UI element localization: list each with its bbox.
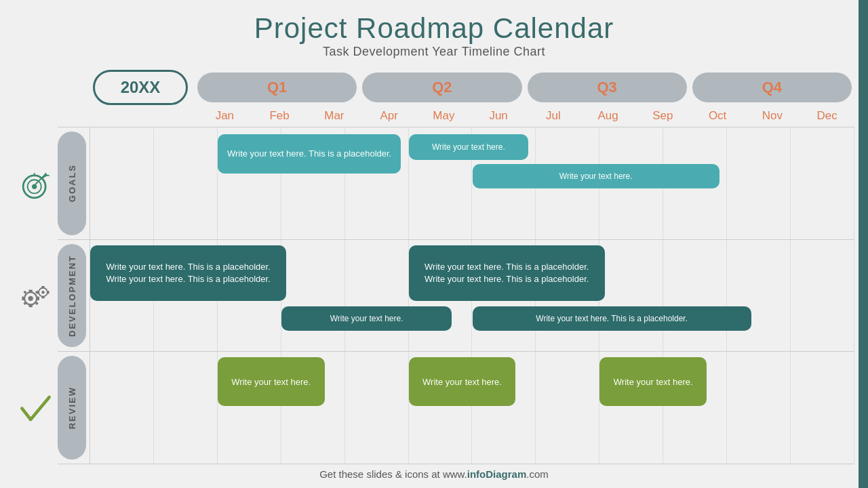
- grid-col-line-11: [791, 240, 854, 352]
- grid-col-line-0: [90, 127, 154, 239]
- task-card-review-grid-0: Write your text here.: [218, 357, 325, 406]
- grid-col-line-4: [345, 352, 409, 464]
- task-card-goals-grid-2: Write your text here.: [473, 164, 719, 188]
- dev-grid: Write your text here. This is a placehol…: [90, 240, 854, 352]
- year-badge: 20XX: [93, 70, 188, 105]
- grid-col-line-10: [727, 127, 791, 239]
- svg-point-19: [41, 290, 45, 293]
- svg-rect-12: [22, 296, 24, 300]
- development-row: DEVELOPMENT Write your text here. This i…: [58, 239, 854, 352]
- grid-col-line-7: [536, 352, 599, 464]
- header-row: 20XX Q1 Q2 Q3 Q4: [58, 70, 854, 127]
- dev-label-pill: DEVELOPMENT: [58, 244, 86, 348]
- grid-col-line-9: [663, 240, 727, 352]
- month-may: May: [416, 106, 471, 125]
- month-oct: Oct: [690, 106, 745, 125]
- review-label-pill: REVIEW: [58, 356, 86, 460]
- review-label: REVIEW: [67, 386, 77, 429]
- month-dec: Dec: [800, 106, 854, 125]
- quarter-q4: Q4: [692, 73, 852, 102]
- grid-col-line-3: [281, 240, 345, 352]
- main-grid: 20XX Q1 Q2 Q3 Q4: [58, 70, 854, 464]
- grid-col-line-11: [791, 352, 854, 464]
- quarter-q1: Q1: [197, 73, 357, 102]
- svg-rect-22: [37, 290, 39, 293]
- quarter-row: 20XX Q1 Q2 Q3 Q4: [58, 70, 854, 105]
- sub-title: Task Development Year Timeline Chart: [254, 45, 614, 59]
- svg-point-9: [28, 296, 33, 300]
- month-aug: Aug: [580, 106, 635, 125]
- goals-icon: [17, 167, 54, 204]
- grid-col-line-0: [90, 352, 154, 464]
- task-card-dev-grid-3: Write your text here. This is a placehol…: [473, 306, 751, 331]
- task-card-dev-grid-2: Write your text here.: [281, 306, 452, 331]
- task-card-goals-grid-1: Write your text here.: [409, 134, 529, 160]
- grid-col-line-10: [727, 352, 791, 464]
- goals-label-pill: GOALS: [58, 131, 86, 235]
- page-container: Project Roadmap Calendar Task Developmen…: [0, 0, 868, 488]
- goals-row: GOALS Write your text here. This is a pl…: [58, 127, 854, 239]
- development-icon: [17, 279, 54, 316]
- svg-rect-20: [41, 286, 45, 288]
- month-jan: Jan: [197, 106, 252, 125]
- grid-col-line-1: [154, 352, 218, 464]
- svg-rect-10: [28, 289, 33, 292]
- task-card-goals-grid-0: Write your text here. This is a placehol…: [218, 134, 401, 174]
- title-section: Project Roadmap Calendar Task Developmen…: [254, 12, 614, 59]
- month-apr: Apr: [361, 106, 416, 125]
- dev-label: DEVELOPMENT: [67, 255, 77, 337]
- left-icons: [14, 70, 58, 464]
- review-row: REVIEW Write your text here.Write your t…: [58, 351, 854, 464]
- review-grid: Write your text here.Write your text her…: [90, 352, 854, 464]
- goals-label: GOALS: [67, 164, 77, 202]
- task-card-dev-grid-0: Write your text here. This is a placehol…: [90, 245, 286, 301]
- month-nov: Nov: [745, 106, 800, 125]
- month-sep: Sep: [635, 106, 690, 125]
- quarter-q2: Q2: [362, 73, 521, 102]
- months-grid: JanFebMarAprMayJunJulAugSepOctNovDec: [197, 106, 854, 125]
- task-card-review-grid-1: Write your text here.: [409, 357, 516, 406]
- grid-col-line-4: [345, 240, 409, 352]
- svg-rect-11: [28, 304, 33, 307]
- month-feb: Feb: [252, 106, 307, 125]
- bottom-bar: Get these slides & icons at www.infoDiag…: [14, 464, 854, 481]
- quarter-badges: Q1 Q2 Q3 Q4: [195, 73, 854, 102]
- goals-grid: Write your text here. This is a placehol…: [90, 127, 854, 239]
- chart-area: 20XX Q1 Q2 Q3 Q4: [14, 70, 854, 464]
- quarter-q3: Q3: [528, 73, 687, 102]
- grid-col-line-1: [154, 127, 218, 239]
- svg-rect-21: [41, 296, 45, 298]
- grid-col-line-10: [727, 240, 791, 352]
- right-accent-bar: [859, 0, 868, 488]
- month-jun: Jun: [471, 106, 526, 125]
- task-card-review-grid-2: Write your text here.: [599, 357, 707, 406]
- data-rows: GOALS Write your text here. This is a pl…: [58, 127, 854, 464]
- grid-col-line-11: [791, 127, 854, 239]
- review-icon-cell: [17, 352, 54, 464]
- month-mar: Mar: [307, 106, 362, 125]
- svg-rect-23: [47, 290, 50, 293]
- development-icon-cell: [17, 241, 54, 353]
- task-card-dev-grid-1: Write your text here. This is a placehol…: [409, 245, 605, 301]
- goals-icon-cell: [17, 129, 54, 241]
- month-jul: Jul: [526, 106, 581, 125]
- review-icon: [17, 390, 54, 427]
- grid-col-line-8: [599, 240, 663, 352]
- svg-rect-13: [37, 296, 39, 300]
- main-title: Project Roadmap Calendar: [254, 12, 614, 45]
- month-row: JanFebMarAprMayJunJulAugSepOctNovDec: [58, 106, 854, 125]
